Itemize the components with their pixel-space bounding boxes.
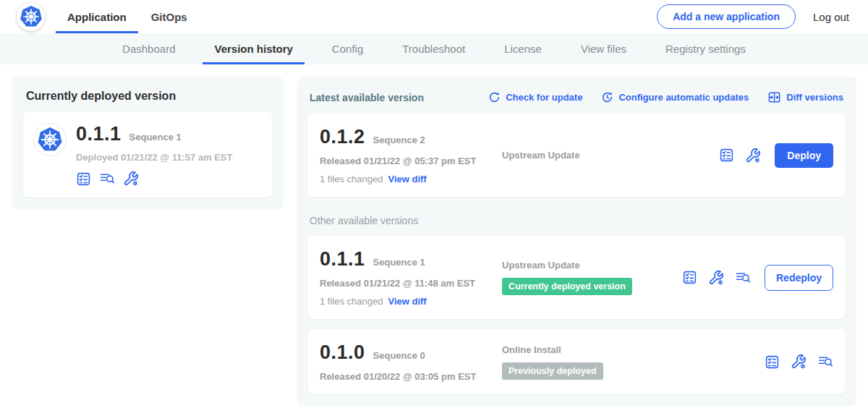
version-number: 0.1.1 <box>320 248 365 271</box>
top-tab-application[interactable]: Application <box>55 0 139 33</box>
subnav-label: Dashboard <box>122 43 175 55</box>
subnav-item-registry-settings[interactable]: Registry settings <box>646 33 765 64</box>
source-label: Upstream Update <box>502 150 712 161</box>
subnav-item-troubleshoot[interactable]: Troubleshoot <box>383 33 485 64</box>
top-tab-label: Application <box>67 11 127 23</box>
released-timestamp: Released 01/20/22 @ 03:05 pm EST <box>320 371 502 382</box>
deployed-version-number: 0.1.1 <box>76 123 122 145</box>
deployed-sequence: Sequence 1 <box>129 132 182 143</box>
logout-link[interactable]: Log out <box>813 11 849 23</box>
version-sequence: Sequence 2 <box>373 135 425 145</box>
deployed-timestamp: Deployed 01/21/22 @ 11:57 am EST <box>76 152 232 163</box>
version-card-0-1-1: 0.1.1 Sequence 1 Released 01/21/22 @ 11:… <box>308 236 845 319</box>
view-diff-link[interactable]: View diff <box>388 296 426 307</box>
subnav-label: License <box>504 43 542 55</box>
wrench-gear-icon[interactable] <box>791 354 807 370</box>
subnav-label: Registry settings <box>665 43 746 55</box>
diff-versions-link[interactable]: Diff versions <box>767 90 843 104</box>
subnav-item-license[interactable]: License <box>485 33 561 64</box>
source-label: Online Install <box>502 344 757 355</box>
version-card-0-1-0: 0.1.0 Sequence 0 Released 01/20/22 @ 03:… <box>308 329 845 394</box>
top-actions: Add a new application Log out <box>657 4 849 29</box>
wrench-gear-icon[interactable] <box>708 270 724 286</box>
latest-version-heading: Latest available version <box>310 92 424 103</box>
subnav-item-dashboard[interactable]: Dashboard <box>103 33 195 64</box>
deployed-app-logo <box>33 123 67 156</box>
checklist-icon[interactable] <box>719 148 734 163</box>
wrench-gear-icon[interactable] <box>745 148 761 163</box>
version-source: Online Install Previously deployed <box>502 344 765 380</box>
released-timestamp: Released 01/21/22 @ 11:48 am EST <box>320 278 502 289</box>
deployed-version-card: 0.1.1 Sequence 1 Deployed 01/21/22 @ 11:… <box>23 112 272 197</box>
action-label: Check for update <box>506 92 582 103</box>
subnav-label: Version history <box>214 43 292 55</box>
available-versions-panel: Latest available version Check for updat… <box>297 77 856 406</box>
version-card-actions: Redeploy <box>682 265 833 291</box>
top-tab-label: GitOps <box>151 11 187 23</box>
other-versions-heading: Other available versions <box>310 215 843 226</box>
main-content: Currently deployed version 0.1.1 Sequenc… <box>0 64 868 406</box>
versions-panel-header: Latest available version Check for updat… <box>310 90 843 104</box>
currently-deployed-badge: Currently deployed version <box>502 278 632 295</box>
files-changed-text: 1 files changed <box>320 296 383 307</box>
version-info: 0.1.1 Sequence 1 Released 01/21/22 @ 11:… <box>320 248 502 307</box>
diff-columns-icon <box>767 90 781 104</box>
version-card-latest: 0.1.2 Sequence 2 Released 01/21/22 @ 05:… <box>308 114 845 197</box>
subnav-label: View files <box>581 43 626 55</box>
checklist-icon[interactable] <box>765 354 780 370</box>
action-label: Configure automatic updates <box>618 92 749 103</box>
version-card-actions <box>765 354 833 370</box>
version-source: Upstream Update Currently deployed versi… <box>502 260 682 295</box>
kubernetes-logo-icon <box>36 126 64 153</box>
files-changed-text: 1 files changed <box>320 174 383 184</box>
doc-search-icon[interactable] <box>99 171 115 187</box>
doc-search-icon[interactable] <box>817 354 833 370</box>
subnav-label: Config <box>332 43 363 55</box>
wrench-gear-icon[interactable] <box>123 171 139 187</box>
doc-search-icon[interactable] <box>735 270 751 286</box>
check-for-update-link[interactable]: Check for update <box>488 91 582 103</box>
version-number: 0.1.0 <box>320 341 365 364</box>
subnav-item-version-history[interactable]: Version history <box>195 33 312 64</box>
version-number: 0.1.2 <box>320 126 365 148</box>
version-sequence: Sequence 0 <box>373 350 425 361</box>
deployed-card-body: 0.1.1 Sequence 1 Deployed 01/21/22 @ 11:… <box>76 123 232 187</box>
view-diff-link[interactable]: View diff <box>388 174 426 184</box>
version-info: 0.1.2 Sequence 2 Released 01/21/22 @ 05:… <box>320 126 502 184</box>
refresh-icon <box>488 91 501 103</box>
version-card-actions: Deploy <box>719 143 833 168</box>
source-label: Upstream Update <box>502 260 675 271</box>
top-tab-gitops[interactable]: GitOps <box>139 0 200 33</box>
app-sub-nav: Dashboard Version history Config Trouble… <box>0 33 868 64</box>
deploy-button[interactable]: Deploy <box>775 143 833 168</box>
version-sequence: Sequence 1 <box>373 257 425 268</box>
deployed-panel-title: Currently deployed version <box>26 90 272 103</box>
kubernetes-logo-icon <box>19 4 43 29</box>
version-source: Upstream Update <box>502 150 719 161</box>
redeploy-button[interactable]: Redeploy <box>765 265 833 291</box>
currently-deployed-panel: Currently deployed version 0.1.1 Sequenc… <box>12 77 284 209</box>
subnav-item-config[interactable]: Config <box>312 33 383 64</box>
checklist-icon[interactable] <box>76 171 91 187</box>
previously-deployed-badge: Previously deployed <box>502 362 603 380</box>
released-timestamp: Released 01/21/22 @ 05:37 pm EST <box>320 156 502 166</box>
top-nav: Application GitOps Add a new application… <box>0 0 868 33</box>
version-actions: Check for update Configure automatic upd… <box>488 90 843 104</box>
clock-refresh-icon <box>601 91 613 103</box>
app-logo[interactable] <box>17 3 45 31</box>
subnav-label: Troubleshoot <box>402 43 465 55</box>
action-label: Diff versions <box>786 92 843 103</box>
subnav-item-view-files[interactable]: View files <box>561 33 646 64</box>
version-info: 0.1.0 Sequence 0 Released 01/20/22 @ 03:… <box>320 341 502 382</box>
add-application-button[interactable]: Add a new application <box>657 4 796 29</box>
configure-automatic-updates-link[interactable]: Configure automatic updates <box>601 91 749 103</box>
checklist-icon[interactable] <box>682 270 697 285</box>
